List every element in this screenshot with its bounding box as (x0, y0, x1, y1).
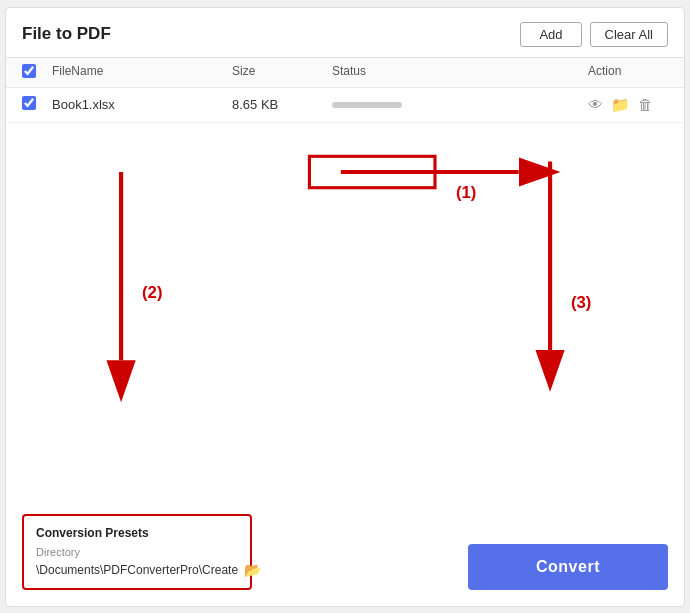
conversion-presets-panel: Conversion Presets Directory \Documents\… (22, 514, 252, 590)
presets-dir-value: \Documents\PDFConverterPro\Create (36, 563, 238, 577)
annotations-svg: (1) (2) (3) (6, 123, 684, 514)
presets-title: Conversion Presets (36, 526, 238, 540)
action-icons: 👁 📁 🗑 (588, 96, 668, 114)
add-button[interactable]: Add (520, 22, 581, 47)
browse-folder-button[interactable]: 📂 (244, 562, 261, 578)
col-checkbox (22, 64, 52, 81)
presets-dir-row: \Documents\PDFConverterPro\Create 📂 (36, 562, 238, 578)
col-filename: FileName (52, 64, 232, 81)
svg-text:(3): (3) (571, 293, 591, 312)
select-all-checkbox[interactable] (22, 64, 36, 78)
convert-button[interactable]: Convert (468, 544, 668, 590)
row-size: 8.65 KB (232, 97, 332, 112)
svg-text:(2): (2) (142, 282, 162, 301)
main-window: File to PDF Add Clear All FileName Size … (5, 7, 685, 607)
status-bar (332, 102, 402, 108)
delete-icon[interactable]: 🗑 (638, 96, 653, 113)
row-status (332, 102, 588, 108)
header-buttons: Add Clear All (520, 22, 668, 47)
svg-rect-2 (309, 156, 435, 187)
col-action: Action (588, 64, 668, 81)
clear-all-button[interactable]: Clear All (590, 22, 668, 47)
col-status: Status (332, 64, 588, 81)
table-header: FileName Size Status Action (6, 58, 684, 88)
row-filename: Book1.xlsx (52, 97, 232, 112)
view-icon[interactable]: 👁 (588, 96, 603, 113)
folder-icon[interactable]: 📁 (611, 96, 630, 114)
page-title: File to PDF (22, 24, 111, 44)
svg-text:(1): (1) (456, 183, 476, 202)
bottom-section: Conversion Presets Directory \Documents\… (6, 514, 684, 606)
col-size: Size (232, 64, 332, 81)
table-row: Book1.xlsx 8.65 KB 👁 📁 🗑 (6, 88, 684, 123)
header: File to PDF Add Clear All (6, 8, 684, 58)
row-checkbox-cell (22, 96, 52, 113)
row-actions: 👁 📁 🗑 (588, 96, 668, 114)
presets-dir-label: Directory (36, 546, 238, 558)
main-content: (1) (2) (3) (6, 123, 684, 514)
row-checkbox[interactable] (22, 96, 36, 110)
